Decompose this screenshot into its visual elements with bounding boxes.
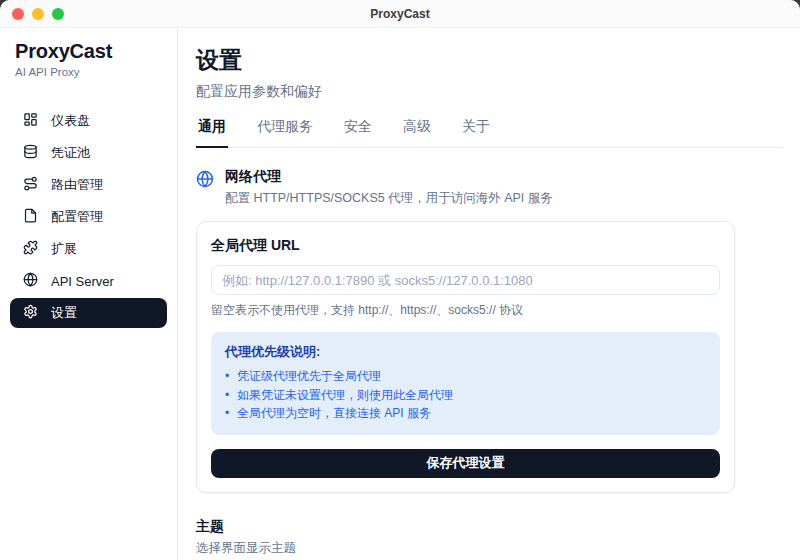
sidebar-item-settings[interactable]: 设置 bbox=[10, 298, 167, 328]
brand: ProxyCast AI API Proxy bbox=[0, 40, 177, 78]
sidebar-item-api-server[interactable]: API Server bbox=[10, 266, 167, 296]
proxy-url-input[interactable] bbox=[211, 265, 720, 295]
app-window: ProxyCast ProxyCast AI API Proxy 仪表盘 凭证池 bbox=[0, 0, 800, 560]
sidebar-item-label: 凭证池 bbox=[51, 144, 90, 162]
sidebar-item-label: 路由管理 bbox=[51, 176, 103, 194]
traffic-lights bbox=[12, 8, 64, 20]
sidebar-item-extensions[interactable]: 扩展 bbox=[10, 234, 167, 264]
close-window-button[interactable] bbox=[12, 8, 24, 20]
proxy-priority-title: 代理优先级说明: bbox=[225, 343, 706, 361]
window-title: ProxyCast bbox=[0, 7, 800, 21]
page-subtitle: 配置应用参数和偏好 bbox=[196, 83, 783, 101]
minimize-window-button[interactable] bbox=[32, 8, 44, 20]
dashboard-icon bbox=[23, 112, 38, 130]
sidebar-item-label: 仪表盘 bbox=[51, 112, 90, 130]
proxy-priority-item: 凭证级代理优先于全局代理 bbox=[225, 367, 706, 386]
network-proxy-title: 网络代理 bbox=[225, 168, 553, 186]
proxy-priority-item: 全局代理为空时，直接连接 API 服务 bbox=[225, 404, 706, 423]
globe-icon bbox=[23, 272, 38, 290]
puzzle-icon bbox=[23, 240, 38, 258]
route-icon bbox=[23, 176, 38, 194]
gear-icon bbox=[23, 304, 38, 322]
settings-tabs: 通用 代理服务 安全 高级 关于 bbox=[196, 116, 783, 148]
theme-title: 主题 bbox=[196, 518, 783, 536]
proxy-settings-card: 全局代理 URL 留空表示不使用代理，支持 http://、https://、s… bbox=[196, 221, 735, 493]
save-proxy-settings-button[interactable]: 保存代理设置 bbox=[211, 449, 720, 478]
sidebar-item-dashboard[interactable]: 仪表盘 bbox=[10, 106, 167, 136]
proxy-priority-list: 凭证级代理优先于全局代理 如果凭证未设置代理，则使用此全局代理 全局代理为空时，… bbox=[225, 367, 706, 423]
brand-name: ProxyCast bbox=[15, 40, 162, 63]
sidebar-item-config[interactable]: 配置管理 bbox=[10, 202, 167, 232]
network-proxy-description: 配置 HTTP/HTTPS/SOCKS5 代理，用于访问海外 API 服务 bbox=[225, 190, 553, 207]
sidebar-item-credential-pool[interactable]: 凭证池 bbox=[10, 138, 167, 168]
tab-about[interactable]: 关于 bbox=[460, 116, 492, 147]
network-proxy-section-header: 网络代理 配置 HTTP/HTTPS/SOCKS5 代理，用于访问海外 API … bbox=[196, 168, 783, 207]
tab-advanced[interactable]: 高级 bbox=[401, 116, 433, 147]
tab-proxy-service[interactable]: 代理服务 bbox=[255, 116, 315, 147]
sidebar-item-routing[interactable]: 路由管理 bbox=[10, 170, 167, 200]
titlebar: ProxyCast bbox=[0, 0, 800, 28]
globe-icon bbox=[196, 168, 214, 207]
sidebar-item-label: API Server bbox=[51, 274, 114, 289]
proxy-url-helper: 留空表示不使用代理，支持 http://、https://、socks5:// … bbox=[211, 302, 720, 319]
sidebar-item-label: 扩展 bbox=[51, 240, 77, 258]
proxy-priority-info-box: 代理优先级说明: 凭证级代理优先于全局代理 如果凭证未设置代理，则使用此全局代理… bbox=[211, 332, 720, 435]
sidebar-item-label: 配置管理 bbox=[51, 208, 103, 226]
tab-general[interactable]: 通用 bbox=[196, 116, 228, 148]
page-title: 设置 bbox=[196, 45, 783, 76]
theme-section: 主题 选择界面显示主题 浅色 深色 跟随系统 bbox=[196, 518, 783, 560]
main-content: 设置 配置应用参数和偏好 通用 代理服务 安全 高级 关于 网络代理 配置 HT… bbox=[178, 28, 800, 560]
tab-security[interactable]: 安全 bbox=[342, 116, 374, 147]
theme-subtitle: 选择界面显示主题 bbox=[196, 540, 783, 557]
proxy-url-label: 全局代理 URL bbox=[211, 237, 720, 255]
sidebar-item-label: 设置 bbox=[51, 304, 77, 322]
database-icon bbox=[23, 144, 38, 162]
proxy-priority-item: 如果凭证未设置代理，则使用此全局代理 bbox=[225, 386, 706, 405]
file-icon bbox=[23, 208, 38, 226]
zoom-window-button[interactable] bbox=[52, 8, 64, 20]
brand-tagline: AI API Proxy bbox=[15, 66, 162, 78]
sidebar: ProxyCast AI API Proxy 仪表盘 凭证池 路由管理 bbox=[0, 28, 178, 560]
sidebar-nav: 仪表盘 凭证池 路由管理 配置管理 扩展 bbox=[0, 106, 177, 328]
